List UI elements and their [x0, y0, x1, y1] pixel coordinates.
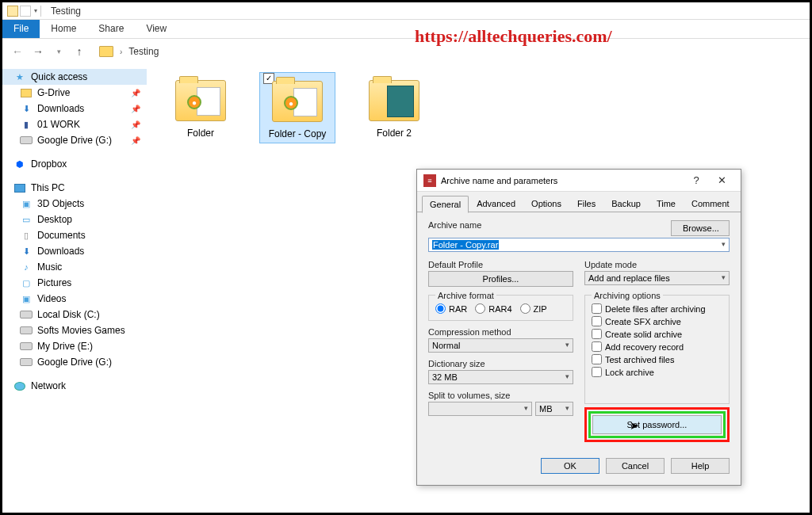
- sidebar-label: Documents: [37, 230, 86, 241]
- chevron-down-icon: ▾: [524, 404, 528, 414]
- sidebar-item-googledrive-pc[interactable]: Google Drive (G:): [2, 354, 147, 370]
- archive-name-input[interactable]: Folder - Copy.rar▾: [428, 238, 730, 252]
- check-test[interactable]: Test archived files: [592, 354, 722, 364]
- tab-backup[interactable]: Backup: [603, 195, 649, 212]
- file-name: Folder 2: [359, 128, 429, 139]
- sidebar-item-googledrive[interactable]: Google Drive (G:)📌: [2, 132, 147, 148]
- folder-icon: ▮: [20, 119, 33, 130]
- compression-combo[interactable]: Normal▾: [428, 338, 573, 353]
- recent-dropdown[interactable]: ▾: [52, 48, 66, 55]
- network-icon: [13, 380, 26, 391]
- help-button[interactable]: ?: [684, 174, 709, 186]
- update-mode-label: Update mode: [584, 260, 730, 269]
- sidebar-label: Local Disk (C:): [37, 309, 100, 320]
- folder-icon: [99, 46, 113, 57]
- help-button[interactable]: Help: [671, 458, 730, 474]
- address-bar[interactable]: › Testing: [99, 46, 159, 57]
- archive-name-label: Archive name: [428, 220, 660, 230]
- sidebar-label: Downloads: [37, 246, 84, 257]
- browse-button[interactable]: Browse...: [671, 220, 730, 236]
- pin-icon: 📌: [131, 120, 140, 129]
- breadcrumb-current[interactable]: Testing: [128, 46, 159, 57]
- sidebar-item-videos[interactable]: ▣Videos: [2, 291, 147, 307]
- sidebar-item-softs[interactable]: Softs Movies Games: [2, 322, 147, 338]
- sidebar-item-downloads-pc[interactable]: ⬇Downloads: [2, 243, 147, 259]
- split-size-combo[interactable]: ▾: [428, 402, 532, 416]
- folder-icon: ●: [272, 81, 323, 122]
- sidebar-item-downloads[interactable]: ⬇Downloads📌: [2, 101, 147, 116]
- sidebar-label: Music: [37, 261, 62, 273]
- drive-icon: [20, 341, 33, 352]
- tab-files[interactable]: Files: [569, 195, 603, 212]
- cancel-button[interactable]: Cancel: [606, 458, 665, 474]
- folder-icon: [7, 6, 18, 17]
- folder-item[interactable]: Folder 2: [356, 72, 432, 142]
- sidebar-label: Google Drive (G:): [37, 135, 112, 146]
- check-sfx[interactable]: Create SFX archive: [592, 316, 722, 326]
- tab-options[interactable]: Options: [523, 195, 569, 212]
- dialog-footer: OK Cancel Help: [417, 450, 741, 485]
- ribbon-tabs: File Home Share View: [2, 20, 810, 39]
- sidebar-item-pictures[interactable]: ▢Pictures: [2, 275, 147, 291]
- document-icon: ▯: [20, 230, 33, 241]
- up-button[interactable]: ↑: [72, 45, 86, 58]
- drive-icon: [20, 135, 33, 146]
- tab-home[interactable]: Home: [40, 20, 87, 38]
- set-password-highlight: ➤Set password...: [584, 407, 730, 442]
- qat-icon[interactable]: [20, 6, 31, 17]
- chevron-down-icon[interactable]: ▾: [722, 240, 726, 250]
- tab-share[interactable]: Share: [87, 20, 135, 38]
- check-delete-after[interactable]: Delete files after archiving: [592, 303, 722, 314]
- chevron-down-icon: ▾: [722, 273, 726, 283]
- sidebar-label: Pictures: [37, 277, 71, 288]
- close-button[interactable]: ✕: [709, 174, 734, 186]
- sidebar-label: Desktop: [37, 214, 72, 225]
- forward-button[interactable]: →: [31, 45, 45, 58]
- sidebar-this-pc[interactable]: This PC: [2, 180, 147, 196]
- options-legend: Archiving options: [592, 291, 663, 300]
- sidebar-label: G-Drive: [37, 87, 70, 98]
- folder-item-selected[interactable]: ✓ ● Folder - Copy: [259, 72, 335, 143]
- tab-comment[interactable]: Comment: [684, 195, 737, 212]
- tab-file[interactable]: File: [2, 20, 40, 38]
- radio-zip[interactable]: ZIP: [520, 303, 547, 314]
- radio-rar[interactable]: RAR: [435, 303, 467, 314]
- check-lock[interactable]: Lock archive: [592, 367, 722, 377]
- sidebar-item-desktop[interactable]: ▭Desktop: [2, 212, 147, 227]
- dialog-titlebar[interactable]: ≡ Archive name and parameters ? ✕: [417, 170, 741, 192]
- folder-item[interactable]: ● Folder: [163, 72, 239, 142]
- tab-time[interactable]: Time: [649, 195, 684, 212]
- cube-icon: ▣: [20, 198, 33, 209]
- sidebar-item-3dobjects[interactable]: ▣3D Objects: [2, 196, 147, 212]
- sidebar-network[interactable]: Network: [2, 378, 147, 394]
- radio-rar4[interactable]: RAR4: [475, 303, 511, 314]
- sidebar-item-localdisk[interactable]: Local Disk (C:): [2, 307, 147, 322]
- dictionary-label: Dictionary size: [428, 359, 573, 368]
- sidebar-label: Softs Movies Games: [37, 325, 125, 336]
- sidebar-item-mydrive[interactable]: My Drive (E:): [2, 338, 147, 354]
- sidebar-item-music[interactable]: ♪Music: [2, 259, 147, 275]
- tab-advanced[interactable]: Advanced: [469, 195, 523, 212]
- video-icon: ▣: [20, 293, 33, 304]
- sidebar-dropbox[interactable]: ⬢Dropbox: [2, 156, 147, 172]
- chevron-down-icon[interactable]: ▾: [34, 7, 37, 14]
- check-recovery[interactable]: Add recovery record: [592, 341, 722, 352]
- cursor-icon: ➤: [630, 419, 639, 432]
- tab-view[interactable]: View: [135, 20, 178, 38]
- back-button[interactable]: ←: [10, 45, 25, 58]
- dictionary-combo[interactable]: 32 MB▾: [428, 370, 573, 384]
- sidebar-label: Google Drive (G:): [37, 357, 112, 368]
- sidebar-item-work[interactable]: ▮01 WORK📌: [2, 116, 147, 132]
- ok-button[interactable]: OK: [541, 458, 599, 474]
- sidebar-label: Quick access: [31, 71, 87, 82]
- sidebar-item-documents[interactable]: ▯Documents: [2, 227, 147, 243]
- set-password-button[interactable]: ➤Set password...: [592, 415, 722, 434]
- tab-general[interactable]: General: [422, 196, 469, 213]
- navigation-bar: ← → ▾ ↑ › Testing: [2, 39, 810, 64]
- split-unit-combo[interactable]: MB▾: [535, 402, 573, 416]
- sidebar-quick-access[interactable]: ★Quick access: [2, 69, 147, 85]
- update-mode-combo[interactable]: Add and replace files▾: [584, 271, 730, 285]
- check-solid[interactable]: Create solid archive: [592, 329, 722, 339]
- profiles-button[interactable]: Profiles...: [428, 271, 573, 287]
- sidebar-item-gdrive[interactable]: G-Drive📌: [2, 85, 147, 101]
